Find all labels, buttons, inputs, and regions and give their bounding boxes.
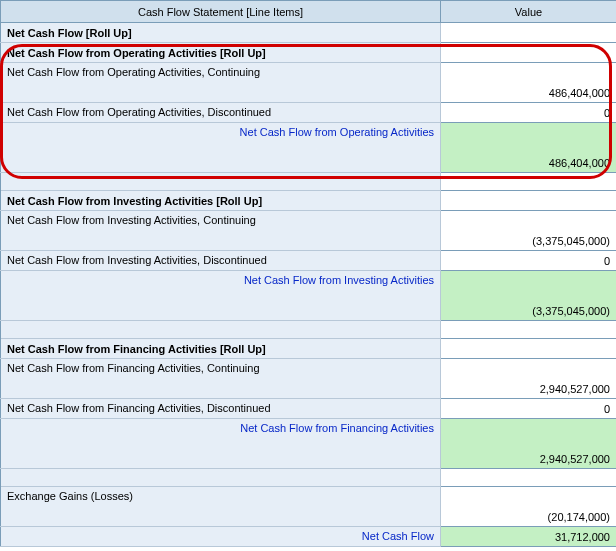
- financing-continuing-row: Net Cash Flow from Financing Activities,…: [1, 359, 617, 399]
- operating-rollup-value: [441, 43, 617, 63]
- net-cash-flow-rollup-value: [441, 23, 617, 43]
- exchange-value: (20,174,000): [441, 487, 617, 527]
- investing-continuing-label: Net Cash Flow from Investing Activities,…: [1, 211, 441, 251]
- spacer-row: [1, 173, 617, 191]
- operating-total-label: Net Cash Flow from Operating Activities: [1, 123, 441, 173]
- operating-total-row: Net Cash Flow from Operating Activities …: [1, 123, 617, 173]
- exchange-row: Exchange Gains (Losses) (20,174,000): [1, 487, 617, 527]
- investing-discontinued-row: Net Cash Flow from Investing Activities,…: [1, 251, 617, 271]
- header-value: Value: [441, 1, 617, 23]
- investing-total-row: Net Cash Flow from Investing Activities …: [1, 271, 617, 321]
- investing-discontinued-value: 0: [441, 251, 617, 271]
- operating-continuing-row: Net Cash Flow from Operating Activities,…: [1, 63, 617, 103]
- operating-discontinued-label: Net Cash Flow from Operating Activities,…: [1, 103, 441, 123]
- financing-total-value: 2,940,527,000: [441, 419, 617, 469]
- investing-total-value: (3,375,045,000): [441, 271, 617, 321]
- spacer-row: [1, 469, 617, 487]
- financing-continuing-value: 2,940,527,000: [441, 359, 617, 399]
- operating-rollup-row: Net Cash Flow from Operating Activities …: [1, 43, 617, 63]
- investing-continuing-value: (3,375,045,000): [441, 211, 617, 251]
- operating-total-value: 486,404,000: [441, 123, 617, 173]
- investing-continuing-row: Net Cash Flow from Investing Activities,…: [1, 211, 617, 251]
- financing-continuing-label: Net Cash Flow from Financing Activities,…: [1, 359, 441, 399]
- investing-discontinued-label: Net Cash Flow from Investing Activities,…: [1, 251, 441, 271]
- investing-rollup-label: Net Cash Flow from Investing Activities …: [1, 191, 441, 211]
- operating-continuing-label: Net Cash Flow from Operating Activities,…: [1, 63, 441, 103]
- financing-rollup-row: Net Cash Flow from Financing Activities …: [1, 339, 617, 359]
- financing-total-row: Net Cash Flow from Financing Activities …: [1, 419, 617, 469]
- operating-continuing-value: 486,404,000: [441, 63, 617, 103]
- cash-flow-table: Cash Flow Statement [Line Items] Value N…: [0, 0, 616, 547]
- net-cash-flow-value: 31,712,000: [441, 527, 617, 547]
- financing-discontinued-row: Net Cash Flow from Financing Activities,…: [1, 399, 617, 419]
- financing-discontinued-label: Net Cash Flow from Financing Activities,…: [1, 399, 441, 419]
- spacer-row: [1, 321, 617, 339]
- net-cash-flow-row: Net Cash Flow 31,712,000: [1, 527, 617, 547]
- financing-rollup-value: [441, 339, 617, 359]
- financing-discontinued-value: 0: [441, 399, 617, 419]
- investing-rollup-value: [441, 191, 617, 211]
- net-cash-flow-label: Net Cash Flow: [1, 527, 441, 547]
- operating-rollup-label: Net Cash Flow from Operating Activities …: [1, 43, 441, 63]
- operating-discontinued-row: Net Cash Flow from Operating Activities,…: [1, 103, 617, 123]
- investing-rollup-row: Net Cash Flow from Investing Activities …: [1, 191, 617, 211]
- header-label: Cash Flow Statement [Line Items]: [1, 1, 441, 23]
- exchange-label: Exchange Gains (Losses): [1, 487, 441, 527]
- net-cash-flow-rollup-label: Net Cash Flow [Roll Up]: [1, 23, 441, 43]
- operating-discontinued-value: 0: [441, 103, 617, 123]
- net-cash-flow-rollup-row: Net Cash Flow [Roll Up]: [1, 23, 617, 43]
- financing-total-label: Net Cash Flow from Financing Activities: [1, 419, 441, 469]
- header-row: Cash Flow Statement [Line Items] Value: [1, 1, 617, 23]
- financing-rollup-label: Net Cash Flow from Financing Activities …: [1, 339, 441, 359]
- investing-total-label: Net Cash Flow from Investing Activities: [1, 271, 441, 321]
